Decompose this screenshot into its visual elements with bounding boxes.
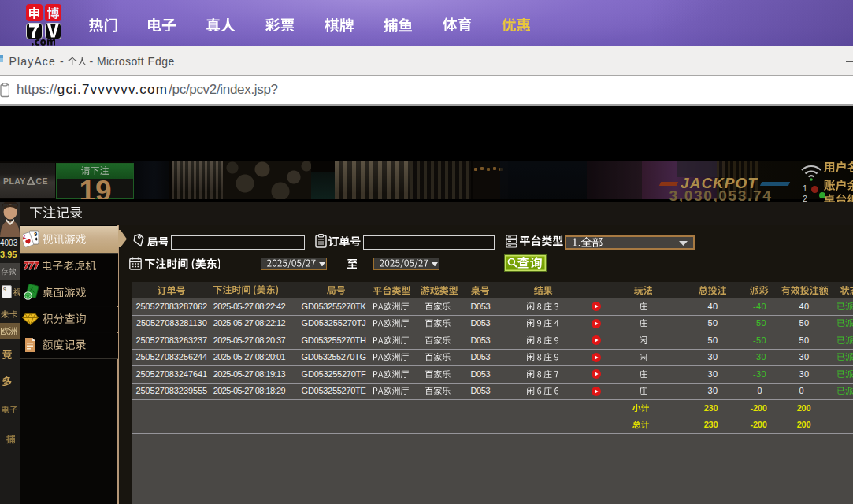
- svg-text:9: 9: [3, 287, 6, 292]
- svg-text:9: 9: [34, 232, 37, 237]
